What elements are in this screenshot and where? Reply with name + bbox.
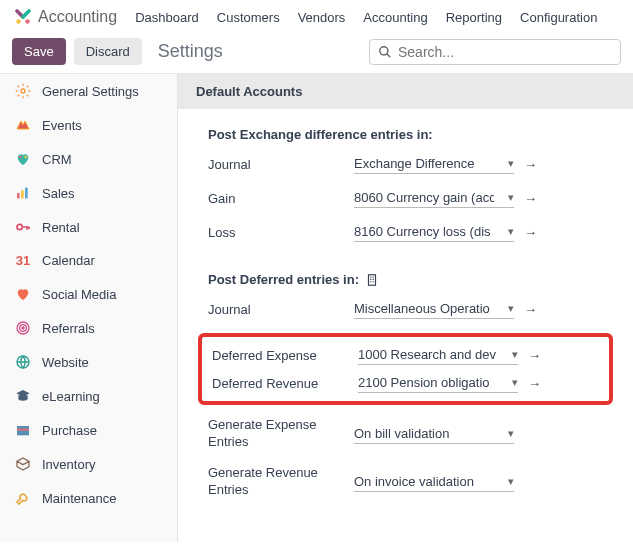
- highlight-annotation: Deferred Expense 1000 Research and dev▾ …: [198, 333, 613, 405]
- svg-point-5: [24, 156, 27, 159]
- sidebar-label: Events: [42, 118, 82, 133]
- calendar-icon: 31: [14, 253, 32, 268]
- key-icon: [14, 219, 32, 235]
- sidebar-label: Inventory: [42, 457, 95, 472]
- nav-configuration[interactable]: Configuration: [520, 10, 597, 25]
- sidebar-item-general-settings[interactable]: General Settings: [0, 74, 177, 108]
- svg-rect-8: [25, 188, 28, 199]
- deferred-expense-select[interactable]: 1000 Research and dev▾: [358, 345, 518, 365]
- sidebar-item-elearning[interactable]: eLearning: [0, 379, 177, 413]
- gain-row: Gain 8060 Currency gain (acc▾ →: [208, 188, 603, 208]
- box-icon: [14, 456, 32, 472]
- svg-point-2: [380, 46, 388, 54]
- deferred-expense-row: Deferred Expense 1000 Research and dev▾ …: [212, 345, 599, 365]
- svg-rect-6: [17, 193, 20, 198]
- crm-icon: [14, 151, 32, 167]
- sales-icon: [14, 185, 32, 201]
- chevron-down-icon: ▾: [508, 191, 514, 204]
- sidebar: General Settings Events CRM Sales Rental…: [0, 74, 178, 542]
- chevron-down-icon: ▾: [512, 376, 518, 389]
- sidebar-item-crm[interactable]: CRM: [0, 142, 177, 176]
- external-link-icon[interactable]: →: [524, 157, 537, 172]
- svg-point-3: [21, 89, 25, 93]
- gen-expense-row: Generate Expense Entries On bill validat…: [208, 417, 603, 451]
- app-icon: [14, 8, 32, 26]
- svg-rect-14: [17, 426, 29, 435]
- external-link-icon[interactable]: →: [524, 191, 537, 206]
- deferred-revenue-select[interactable]: 2100 Pension obligatio▾: [358, 373, 518, 393]
- svg-point-9: [17, 224, 22, 229]
- external-link-icon[interactable]: →: [528, 376, 541, 391]
- journal-row: Journal Exchange Difference▾ →: [208, 154, 603, 174]
- svg-point-12: [22, 327, 24, 329]
- search-icon: [378, 45, 392, 59]
- chevron-down-icon: ▾: [508, 427, 514, 440]
- deferred-journal-select[interactable]: Miscellaneous Operatio▾: [354, 299, 514, 319]
- graduation-icon: [14, 388, 32, 404]
- deferred-expense-label: Deferred Expense: [212, 348, 340, 363]
- chevron-down-icon: ▾: [512, 348, 518, 361]
- sidebar-item-website[interactable]: Website: [0, 345, 177, 379]
- event-icon: [14, 117, 32, 133]
- sidebar-item-inventory[interactable]: Inventory: [0, 447, 177, 481]
- heart-icon: [14, 286, 32, 302]
- loss-row: Loss 8160 Currency loss (dis▾ →: [208, 222, 603, 242]
- breadcrumb: Settings: [158, 41, 223, 62]
- deferred-journal-label: Journal: [208, 302, 336, 317]
- loss-label: Loss: [208, 225, 336, 240]
- loss-select[interactable]: 8160 Currency loss (dis▾: [354, 222, 514, 242]
- sidebar-item-social[interactable]: Social Media: [0, 277, 177, 311]
- exchange-title: Post Exchange difference entries in:: [208, 127, 603, 142]
- target-icon: [14, 320, 32, 336]
- svg-point-0: [16, 19, 21, 24]
- sidebar-label: Rental: [42, 220, 80, 235]
- svg-rect-15: [17, 429, 29, 431]
- deferred-title: Post Deferred entries in:: [208, 272, 603, 287]
- external-link-icon[interactable]: →: [524, 225, 537, 240]
- sidebar-item-maintenance[interactable]: Maintenance: [0, 481, 177, 515]
- sidebar-label: Calendar: [42, 253, 95, 268]
- external-link-icon[interactable]: →: [524, 302, 537, 317]
- journal-label: Journal: [208, 157, 336, 172]
- chevron-down-icon: ▾: [508, 157, 514, 170]
- gain-select[interactable]: 8060 Currency gain (acc▾: [354, 188, 514, 208]
- svg-point-1: [25, 19, 30, 24]
- sidebar-label: CRM: [42, 152, 72, 167]
- sidebar-item-calendar[interactable]: 31 Calendar: [0, 244, 177, 277]
- chevron-down-icon: ▾: [508, 302, 514, 315]
- sidebar-item-purchase[interactable]: Purchase: [0, 413, 177, 447]
- sidebar-label: eLearning: [42, 389, 100, 404]
- topbar: Accounting Dashboard Customers Vendors A…: [0, 0, 633, 34]
- nav-accounting[interactable]: Accounting: [363, 10, 427, 25]
- sidebar-label: Social Media: [42, 287, 116, 302]
- sidebar-item-sales[interactable]: Sales: [0, 176, 177, 210]
- sidebar-item-rental[interactable]: Rental: [0, 210, 177, 244]
- deferred-block: Post Deferred entries in: Journal Miscel…: [178, 266, 633, 319]
- discard-button[interactable]: Discard: [74, 38, 142, 65]
- sidebar-item-referrals[interactable]: Referrals: [0, 311, 177, 345]
- nav-dashboard[interactable]: Dashboard: [135, 10, 199, 25]
- journal-select[interactable]: Exchange Difference▾: [354, 154, 514, 174]
- gen-expense-select[interactable]: On bill validation▾: [354, 424, 514, 444]
- wrench-icon: [14, 490, 32, 506]
- external-link-icon[interactable]: →: [528, 348, 541, 363]
- nav-customers[interactable]: Customers: [217, 10, 280, 25]
- deferred-revenue-label: Deferred Revenue: [212, 376, 340, 391]
- chevron-down-icon: ▾: [508, 475, 514, 488]
- deferred-revenue-row: Deferred Revenue 2100 Pension obligatio▾…: [212, 373, 599, 393]
- nav-reporting[interactable]: Reporting: [446, 10, 502, 25]
- sidebar-label: Purchase: [42, 423, 97, 438]
- search-input[interactable]: [398, 44, 612, 60]
- save-button[interactable]: Save: [12, 38, 66, 65]
- sidebar-label: Referrals: [42, 321, 95, 336]
- building-icon: [365, 273, 379, 287]
- main-content: Default Accounts Post Exchange differenc…: [178, 74, 633, 542]
- sidebar-label: Maintenance: [42, 491, 116, 506]
- search-box[interactable]: [369, 39, 621, 65]
- gen-revenue-select[interactable]: On invoice validation▾: [354, 472, 514, 492]
- nav-vendors[interactable]: Vendors: [298, 10, 346, 25]
- toolbar: Save Discard Settings: [0, 34, 633, 73]
- chevron-down-icon: ▾: [508, 225, 514, 238]
- sidebar-item-events[interactable]: Events: [0, 108, 177, 142]
- gen-expense-label: Generate Expense Entries: [208, 417, 336, 451]
